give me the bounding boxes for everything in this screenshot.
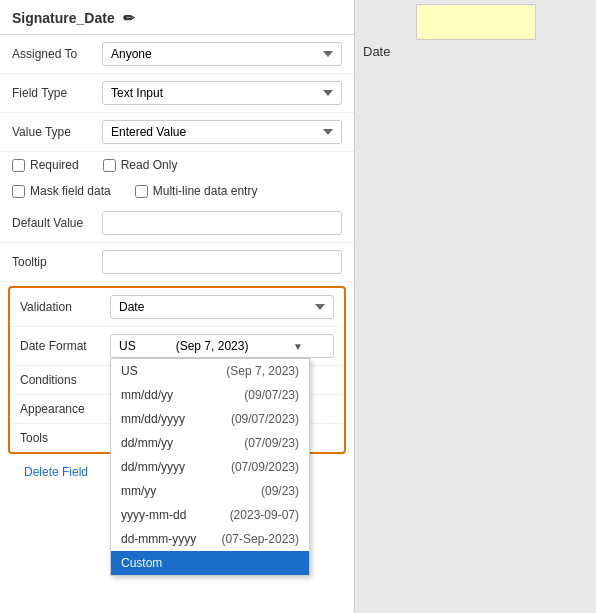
field-name: Signature_Date <box>12 10 115 26</box>
format-option-ddmmyy[interactable]: dd/mm/yy (07/09/23) <box>111 431 309 455</box>
default-value-input[interactable] <box>102 211 342 235</box>
tools-label: Tools <box>20 431 110 445</box>
validation-label: Validation <box>20 300 110 314</box>
date-format-label: Date Format <box>20 339 110 353</box>
field-title-row: Signature_Date ✏ <box>0 0 354 35</box>
value-type-label: Value Type <box>12 125 102 139</box>
date-format-dropdown-menu: US (Sep 7, 2023) mm/dd/yy (09/07/23) mm/… <box>110 358 310 576</box>
assigned-to-row: Assigned To Anyone <box>0 35 354 74</box>
date-format-row: Date Format US (Sep 7, 2023) ▼ US (Sep 7… <box>10 326 344 365</box>
value-type-row: Value Type Entered Value <box>0 113 354 152</box>
field-type-select[interactable]: Text Input <box>102 81 342 105</box>
chevron-down-icon: ▼ <box>293 341 303 352</box>
readonly-label: Read Only <box>121 158 178 172</box>
assigned-to-label: Assigned To <box>12 47 102 61</box>
required-checkbox-label[interactable]: Required <box>12 158 79 172</box>
readonly-checkbox[interactable] <box>103 159 116 172</box>
assigned-to-control: Anyone <box>102 42 342 66</box>
checkbox-row-1: Required Read Only <box>0 152 354 178</box>
checkbox-row-2: Mask field data Multi-line data entry <box>0 178 354 204</box>
default-value-control <box>102 211 342 235</box>
conditions-label: Conditions <box>20 373 110 387</box>
tooltip-input[interactable] <box>102 250 342 274</box>
date-label: Date <box>363 44 390 59</box>
validation-select[interactable]: Date <box>110 295 334 319</box>
right-panel: Date <box>355 0 596 613</box>
format-option-ddmmyyyy[interactable]: dd/mm/yyyy (07/09/2023) <box>111 455 309 479</box>
appearance-label: Appearance <box>20 402 110 416</box>
date-format-display[interactable]: US (Sep 7, 2023) ▼ <box>110 334 334 358</box>
multiline-checkbox-label[interactable]: Multi-line data entry <box>135 184 258 198</box>
field-type-label: Field Type <box>12 86 102 100</box>
value-type-select[interactable]: Entered Value <box>102 120 342 144</box>
edit-icon[interactable]: ✏ <box>123 10 135 26</box>
required-label: Required <box>30 158 79 172</box>
date-format-selected-name: US (Sep 7, 2023) <box>119 339 248 353</box>
preview-box <box>416 4 536 40</box>
delete-field-link[interactable]: Delete Field <box>12 457 100 487</box>
date-format-wrapper: US (Sep 7, 2023) ▼ US (Sep 7, 2023) mm/d… <box>110 334 334 358</box>
multiline-checkbox[interactable] <box>135 185 148 198</box>
multiline-label: Multi-line data entry <box>153 184 258 198</box>
format-option-mmddyyyy[interactable]: mm/dd/yyyy (09/07/2023) <box>111 407 309 431</box>
field-type-row: Field Type Text Input <box>0 74 354 113</box>
default-value-label: Default Value <box>12 216 102 230</box>
mask-checkbox[interactable] <box>12 185 25 198</box>
format-option-mmddyy[interactable]: mm/dd/yy (09/07/23) <box>111 383 309 407</box>
format-option-us[interactable]: US (Sep 7, 2023) <box>111 359 309 383</box>
mask-checkbox-label[interactable]: Mask field data <box>12 184 111 198</box>
default-value-row: Default Value <box>0 204 354 243</box>
format-option-mmyy[interactable]: mm/yy (09/23) <box>111 479 309 503</box>
field-type-control: Text Input <box>102 81 342 105</box>
tooltip-row: Tooltip <box>0 243 354 282</box>
value-type-control: Entered Value <box>102 120 342 144</box>
format-option-yyyymmdd[interactable]: yyyy-mm-dd (2023-09-07) <box>111 503 309 527</box>
tooltip-label: Tooltip <box>12 255 102 269</box>
mask-label: Mask field data <box>30 184 111 198</box>
format-option-ddmmmyyyy[interactable]: dd-mmm-yyyy (07-Sep-2023) <box>111 527 309 551</box>
validation-section: Validation Date Date Format US (Sep 7, 2… <box>8 286 346 454</box>
assigned-to-select[interactable]: Anyone <box>102 42 342 66</box>
validation-row: Validation Date <box>10 288 344 326</box>
tooltip-control <box>102 250 342 274</box>
readonly-checkbox-label[interactable]: Read Only <box>103 158 178 172</box>
validation-control: Date <box>110 295 334 319</box>
left-panel: Signature_Date ✏ Assigned To Anyone Fiel… <box>0 0 355 613</box>
required-checkbox[interactable] <box>12 159 25 172</box>
format-option-custom[interactable]: Custom <box>111 551 309 575</box>
